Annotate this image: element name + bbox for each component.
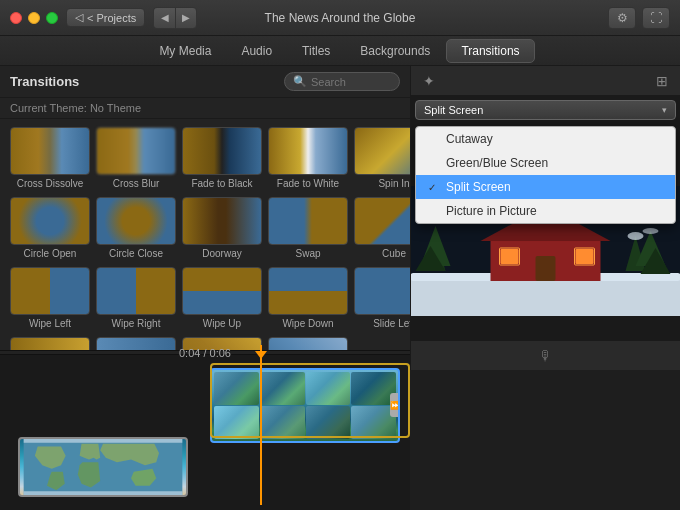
- transition-label-fade-black: Fade to Black: [191, 178, 252, 189]
- nav-arrows: ◀ ▶: [153, 7, 197, 29]
- transition-thumb-cube: [354, 197, 410, 245]
- nav-back-button[interactable]: ◀: [153, 7, 175, 29]
- viewer-area: Split Screen ▾ ↓ Cutaway Green/Blue Scre…: [411, 96, 680, 340]
- right-panel: ✦ ⊞ Split Screen ▾ ↓ Cutaway Green/Blue …: [410, 66, 680, 370]
- split-screen-dropdown[interactable]: Split Screen ▾: [415, 100, 676, 120]
- panel-header: Transitions 🔍: [0, 66, 410, 98]
- transition-thumb-slide-left: [354, 267, 410, 315]
- minimize-button[interactable]: [28, 12, 40, 24]
- svg-point-24: [643, 228, 659, 234]
- svg-rect-16: [501, 249, 519, 264]
- transition-label-circle-close: Circle Close: [109, 248, 163, 259]
- transition-thumb-fade-white: [268, 127, 348, 175]
- transition-label-spin-in: Spin In: [378, 178, 409, 189]
- search-input[interactable]: [311, 76, 391, 88]
- right-panel-toolbar: ✦ ⊞: [411, 66, 680, 96]
- search-icon: 🔍: [293, 75, 307, 88]
- transition-item-cube[interactable]: Cube: [354, 197, 410, 259]
- transition-thumb-cross-dissolve: [10, 127, 90, 175]
- transition-label-cross-dissolve: Cross Dissolve: [17, 178, 84, 189]
- transition-label-wipe-right: Wipe Right: [112, 318, 161, 329]
- transition-thumb-spin-in: [354, 127, 410, 175]
- transition-label-wipe-up: Wipe Up: [203, 318, 241, 329]
- transition-item-wipe-up[interactable]: Wipe Up: [182, 267, 262, 329]
- transition-thumb-cross-blur: [96, 127, 176, 175]
- transition-item-cross-blur[interactable]: Cross Blur: [96, 127, 176, 189]
- transition-label-cube: Cube: [382, 248, 406, 259]
- dropdown-arrow-icon: ▾: [662, 105, 667, 115]
- more-icon[interactable]: ⊞: [652, 71, 672, 91]
- chevron-left-icon: ◁: [75, 11, 83, 24]
- nav-forward-button[interactable]: ▶: [175, 7, 197, 29]
- transition-item-circle-open[interactable]: Circle Open: [10, 197, 90, 259]
- svg-rect-15: [536, 256, 556, 281]
- left-panel: Transitions 🔍 Current Theme: No Theme Cr…: [0, 66, 410, 370]
- microphone-icon[interactable]: 🎙: [539, 348, 553, 364]
- transition-item-cross-dissolve[interactable]: Cross Dissolve: [10, 127, 90, 189]
- maximize-button[interactable]: [46, 12, 58, 24]
- transition-thumb-circle-open: [10, 197, 90, 245]
- tab-titles[interactable]: Titles: [288, 40, 344, 62]
- tab-audio[interactable]: Audio: [227, 40, 286, 62]
- transitions-area: Cross DissolveCross BlurFade to BlackFad…: [0, 119, 410, 370]
- fullscreen-icon[interactable]: ⛶: [642, 7, 670, 29]
- transition-item-wipe-down[interactable]: Wipe Down: [268, 267, 348, 329]
- transition-label-wipe-left: Wipe Left: [29, 318, 71, 329]
- transition-label-doorway: Doorway: [202, 248, 241, 259]
- dropdown-item-green/blue-screen[interactable]: Green/Blue Screen: [416, 151, 675, 175]
- titlebar: ◁ < Projects ◀ ▶ The News Around the Glo…: [0, 0, 680, 36]
- transition-item-spin-in[interactable]: Spin In: [354, 127, 410, 189]
- dropdown-item-cutaway[interactable]: Cutaway: [416, 127, 675, 151]
- search-box[interactable]: 🔍: [284, 72, 400, 91]
- dropdown-item-split-screen[interactable]: ✓Split Screen: [416, 175, 675, 199]
- transition-label-circle-open: Circle Open: [24, 248, 77, 259]
- transition-label-swap: Swap: [295, 248, 320, 259]
- dropdown-item-picture-in-picture[interactable]: Picture in Picture: [416, 199, 675, 223]
- svg-rect-8: [411, 276, 680, 316]
- clip-waterfall[interactable]: ⏩: [210, 368, 400, 443]
- tabbar: My Media Audio Titles Backgrounds Transi…: [0, 36, 680, 66]
- transitions-grid: Cross DissolveCross BlurFade to BlackFad…: [10, 127, 400, 370]
- transition-thumb-doorway: [182, 197, 262, 245]
- clip-world-map[interactable]: [18, 437, 188, 497]
- transition-label-slide-left: Slide Left: [373, 318, 410, 329]
- transition-label-cross-blur: Cross Blur: [113, 178, 160, 189]
- transition-thumb-fade-black: [182, 127, 262, 175]
- checkmark-icon: ✓: [428, 182, 440, 193]
- transition-item-doorway[interactable]: Doorway: [182, 197, 262, 259]
- transition-thumb-swap: [268, 197, 348, 245]
- dropdown-item-label: Green/Blue Screen: [446, 156, 548, 170]
- transition-label-wipe-down: Wipe Down: [282, 318, 333, 329]
- transition-item-fade-white[interactable]: Fade to White: [268, 127, 348, 189]
- dropdown-item-label: Split Screen: [446, 180, 511, 194]
- tab-transitions[interactable]: Transitions: [446, 39, 534, 63]
- settings-icon[interactable]: ⚙: [608, 7, 636, 29]
- transition-thumb-wipe-down: [268, 267, 348, 315]
- dropdown-menu: Cutaway Green/Blue Screen✓Split Screen P…: [415, 126, 676, 224]
- transition-item-slide-left[interactable]: Slide Left: [354, 267, 410, 329]
- projects-button[interactable]: ◁ < Projects: [66, 8, 145, 27]
- transition-item-fade-black[interactable]: Fade to Black: [182, 127, 262, 189]
- transition-item-circle-close[interactable]: Circle Close: [96, 197, 176, 259]
- transition-thumb-circle-close: [96, 197, 176, 245]
- dropdown-label: Split Screen: [424, 104, 483, 116]
- timeline-tracks: ⏩: [0, 355, 410, 510]
- svg-point-23: [628, 232, 644, 240]
- wand-icon[interactable]: ✦: [419, 71, 439, 91]
- timeline-wrapper: 0:04 / 0:06: [0, 350, 410, 510]
- theme-label: Current Theme: No Theme: [0, 98, 410, 119]
- right-panel-footer: 🎙: [411, 340, 680, 370]
- close-button[interactable]: [10, 12, 22, 24]
- traffic-lights: [10, 12, 58, 24]
- tab-my-media[interactable]: My Media: [145, 40, 225, 62]
- transition-item-swap[interactable]: Swap: [268, 197, 348, 259]
- dropdown-overlay: Split Screen ▾ ↓ Cutaway Green/Blue Scre…: [415, 100, 676, 120]
- transition-thumb-wipe-up: [182, 267, 262, 315]
- tab-backgrounds[interactable]: Backgrounds: [346, 40, 444, 62]
- transition-item-wipe-left[interactable]: Wipe Left: [10, 267, 90, 329]
- svg-rect-27: [24, 491, 183, 495]
- panel-title: Transitions: [10, 74, 79, 89]
- transition-item-wipe-right[interactable]: Wipe Right: [96, 267, 176, 329]
- transition-label-fade-white: Fade to White: [277, 178, 339, 189]
- transition-thumb-wipe-left: [10, 267, 90, 315]
